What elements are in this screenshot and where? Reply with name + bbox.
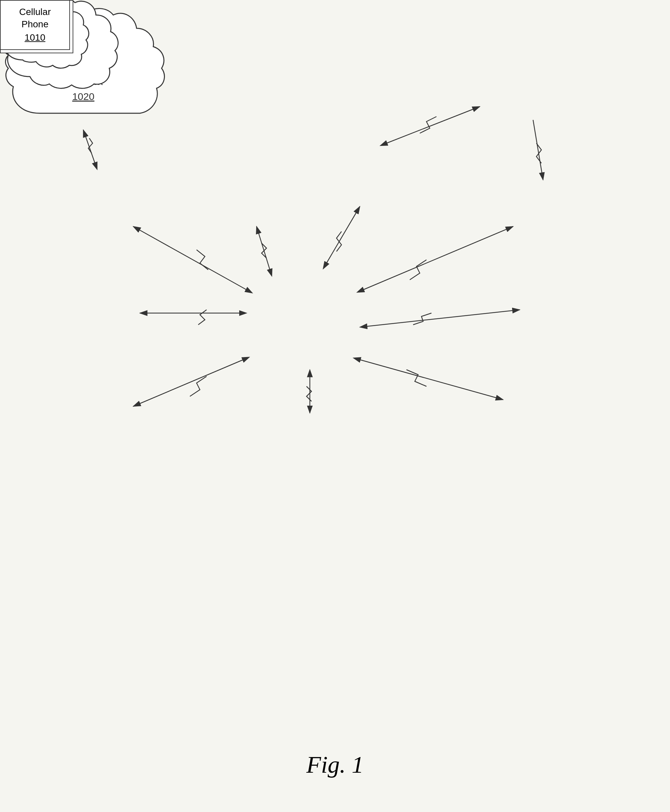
svg-line-3 <box>327 206 360 263</box>
svg-line-5 <box>367 310 520 326</box>
svg-line-2 <box>257 226 270 270</box>
diagram: Wireless Network 1020 Internet 1046 NW 1… <box>0 0 670 733</box>
svg-line-6 <box>360 360 503 400</box>
svg-line-4 <box>363 226 513 290</box>
svg-line-10 <box>133 226 247 290</box>
svg-line-12 <box>386 106 480 143</box>
svg-line-8 <box>133 360 243 406</box>
cellular-phone-id: 1010 <box>25 32 45 44</box>
cellular-phone-box: CellularPhone 1010 <box>0 0 70 50</box>
svg-line-13 <box>533 120 543 180</box>
figure-label: Fig. 1 <box>0 751 670 779</box>
cellular-phone-label: CellularPhone <box>19 6 51 30</box>
